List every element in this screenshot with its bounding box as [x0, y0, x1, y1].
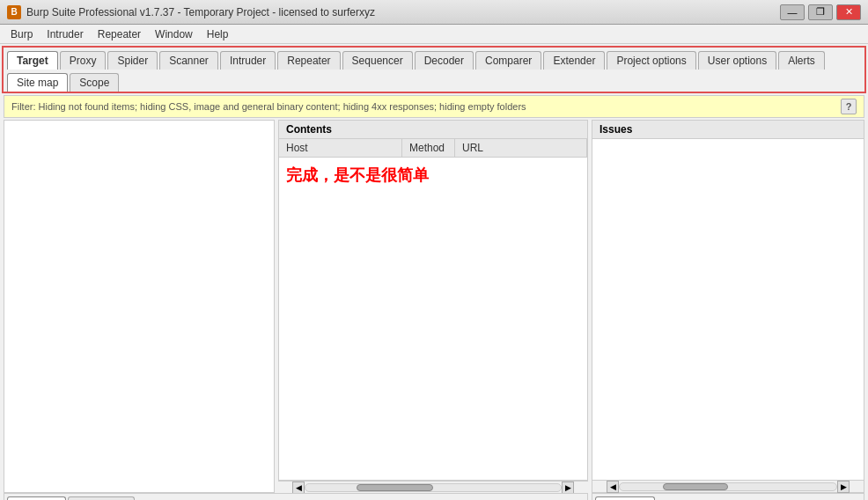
scroll-left-button[interactable]: ◀	[292, 482, 305, 494]
tab-spider[interactable]: Spider	[107, 51, 158, 70]
tab-advisory[interactable]: Advisory	[595, 496, 655, 500]
tab-project-options[interactable]: Project options	[607, 51, 695, 70]
subtab-site-map[interactable]: Site map	[7, 73, 68, 92]
issues-scroll-left[interactable]: ◀	[607, 481, 619, 493]
app-icon: B	[7, 5, 21, 19]
site-map-tree[interactable]	[4, 121, 274, 492]
close-button[interactable]: ✕	[836, 4, 861, 20]
issues-scroll-right[interactable]: ▶	[837, 481, 850, 493]
filter-help-button[interactable]: ?	[841, 99, 857, 114]
tab-proxy[interactable]: Proxy	[60, 51, 107, 70]
tab-request[interactable]: Request	[7, 496, 66, 500]
issues-scroll-track[interactable]	[619, 482, 837, 491]
filter-bar: Filter: Hiding not found items; hiding C…	[4, 95, 864, 118]
chinese-overlay-text: 完成，是不是很简单	[279, 158, 587, 193]
main-tab-bar: Target Proxy Spider Scanner Intruder Rep…	[2, 46, 866, 70]
col-url: URL	[455, 139, 587, 157]
scroll-right-button[interactable]: ▶	[562, 482, 574, 494]
col-method: Method	[402, 139, 455, 157]
tab-sequencer[interactable]: Sequencer	[342, 51, 413, 70]
filter-text: Filter: Hiding not found items; hiding C…	[11, 101, 526, 112]
subtab-scope[interactable]: Scope	[70, 73, 119, 92]
main-content: Contents Host Method URL 完成，是不是很简单 ◀ ▶ I…	[4, 120, 864, 493]
issues-scrollbar[interactable]: ◀ ▶	[592, 480, 864, 492]
tab-user-options[interactable]: User options	[698, 51, 776, 70]
site-map-panel	[4, 120, 275, 493]
restore-button[interactable]: ❐	[808, 4, 833, 20]
tab-response[interactable]: Response	[68, 496, 135, 500]
menu-intruder[interactable]: Intruder	[40, 26, 90, 42]
tab-alerts[interactable]: Alerts	[778, 51, 825, 70]
menu-help[interactable]: Help	[200, 26, 236, 42]
table-header-row: Host Method URL	[279, 139, 587, 158]
scroll-thumb[interactable]	[357, 484, 433, 491]
tab-extender[interactable]: Extender	[543, 51, 605, 70]
window-controls: — ❐ ✕	[780, 4, 861, 20]
tab-scanner[interactable]: Scanner	[159, 51, 218, 70]
bottom-area: Request Response Raw Hex ▲ ▼ ? < + > 0 m…	[4, 493, 864, 500]
issues-panel: Issues ◀ ▶	[592, 120, 864, 493]
request-response-tab-bar: Request Response	[4, 494, 587, 500]
menu-window[interactable]: Window	[148, 26, 200, 42]
horizontal-scrollbar[interactable]: ◀ ▶	[278, 481, 588, 493]
menu-burp[interactable]: Burp	[4, 26, 40, 42]
contents-header: Contents	[278, 120, 588, 139]
contents-panel: Contents Host Method URL 完成，是不是很简单 ◀ ▶	[278, 120, 588, 493]
tab-comparer[interactable]: Comparer	[475, 51, 541, 70]
tab-target[interactable]: Target	[7, 51, 58, 70]
sub-tab-bar: Site map Scope	[2, 70, 866, 93]
request-response-panel: Request Response Raw Hex ▲ ▼ ? < + > 0 m…	[4, 493, 588, 500]
issues-header: Issues	[592, 121, 864, 139]
col-host: Host	[279, 139, 402, 157]
advisory-panel: Advisory https://blog.csdn.net/qq_372882…	[592, 493, 864, 500]
menu-repeater[interactable]: Repeater	[91, 26, 148, 42]
tab-decoder[interactable]: Decoder	[415, 51, 474, 70]
tab-repeater[interactable]: Repeater	[277, 51, 340, 70]
menu-bar: Burp Intruder Repeater Window Help	[0, 25, 868, 44]
advisory-tab-bar: Advisory	[592, 494, 864, 500]
title-bar: B Burp Suite Professional v1.7.37 - Temp…	[0, 0, 868, 25]
minimize-button[interactable]: —	[780, 4, 805, 20]
contents-table[interactable]: Host Method URL 完成，是不是很简单	[278, 139, 588, 481]
tab-intruder[interactable]: Intruder	[220, 51, 276, 70]
scroll-track[interactable]	[305, 483, 562, 492]
issues-scroll-thumb[interactable]	[663, 483, 728, 490]
window-title: Burp Suite Professional v1.7.37 - Tempor…	[26, 6, 780, 18]
issues-content[interactable]	[592, 139, 864, 480]
